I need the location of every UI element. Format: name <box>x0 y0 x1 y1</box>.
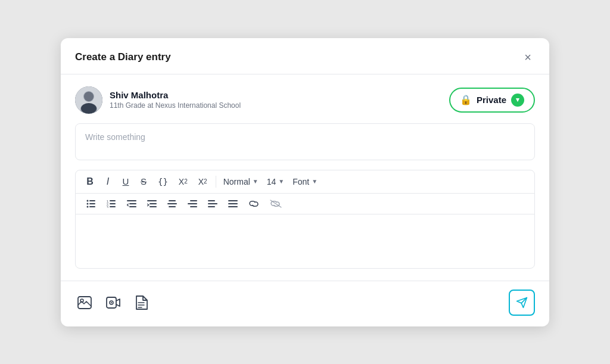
close-button[interactable]: × <box>521 50 535 64</box>
svg-rect-29 <box>208 200 215 201</box>
align-left-button[interactable] <box>203 197 222 210</box>
chevron-down-icon: ▾ <box>511 94 524 107</box>
font-dropdown-caret: ▼ <box>312 178 318 185</box>
modal-footer <box>61 281 549 326</box>
svg-marker-40 <box>111 301 113 303</box>
indent-decrease-button[interactable] <box>122 197 141 210</box>
svg-rect-28 <box>190 206 197 207</box>
svg-point-3 <box>84 92 94 101</box>
toolbar-divider-1 <box>216 176 216 188</box>
video-upload-button[interactable] <box>104 294 123 312</box>
svg-rect-22 <box>150 206 157 207</box>
link-button[interactable] <box>244 197 264 210</box>
size-dropdown-label: 14 <box>267 177 276 186</box>
privacy-button[interactable]: 🔒 Private ▾ <box>449 88 535 113</box>
svg-point-5 <box>87 200 89 201</box>
create-diary-modal: Create a Diary entry × <box>61 38 549 326</box>
svg-rect-14 <box>110 203 116 204</box>
subscript-base: X <box>198 177 204 186</box>
bold-button[interactable]: B <box>82 174 98 189</box>
bullet-list-button[interactable] <box>82 197 101 210</box>
document-upload-button[interactable] <box>132 293 150 312</box>
unlink-button[interactable] <box>265 197 287 210</box>
indent-increase-button[interactable] <box>142 197 161 210</box>
footer-tools <box>75 293 150 312</box>
user-name: Shiv Malhotra <box>110 90 241 100</box>
numbered-list-button[interactable]: 1. 2. 3. <box>102 197 121 210</box>
avatar <box>75 86 102 114</box>
user-text: Shiv Malhotra 11th Grade at Nexus Intern… <box>110 90 241 110</box>
formatting-toolbar: B I U S {} X2 X2 Normal ▼ <box>75 170 535 269</box>
align-justify-button[interactable] <box>223 197 242 210</box>
subscript-exp: 2 <box>204 178 207 185</box>
code-button[interactable]: {} <box>153 175 173 189</box>
modal-title: Create a Diary entry <box>75 51 171 63</box>
superscript-base: X <box>179 177 184 186</box>
image-upload-button[interactable] <box>75 294 94 312</box>
modal-overlay: Create a Diary entry × <box>0 0 610 364</box>
modal-body: Shiv Malhotra 11th Grade at Nexus Intern… <box>61 74 549 281</box>
underline-button[interactable]: U <box>117 174 134 189</box>
size-dropdown-caret: ▼ <box>278 178 284 185</box>
style-dropdown[interactable]: Normal ▼ <box>220 175 262 189</box>
svg-rect-34 <box>228 206 238 207</box>
svg-point-4 <box>81 103 97 114</box>
svg-point-7 <box>87 203 89 204</box>
size-dropdown[interactable]: 14 ▼ <box>263 175 288 189</box>
svg-rect-10 <box>89 206 95 207</box>
user-subtitle: 11th Grade at Nexus International School <box>110 101 241 110</box>
write-input[interactable] <box>75 123 535 160</box>
svg-rect-21 <box>150 203 157 204</box>
svg-text:3.: 3. <box>107 206 109 208</box>
svg-rect-31 <box>208 206 215 207</box>
svg-point-9 <box>87 206 89 207</box>
svg-rect-27 <box>188 203 197 204</box>
privacy-label: Private <box>477 95 506 105</box>
style-dropdown-caret: ▼ <box>253 178 259 185</box>
italic-button[interactable]: I <box>99 174 116 189</box>
svg-rect-26 <box>190 200 197 201</box>
svg-rect-30 <box>208 203 217 204</box>
svg-rect-12 <box>110 200 116 201</box>
svg-rect-20 <box>147 200 157 201</box>
toolbar-row-1: B I U S {} X2 X2 Normal ▼ <box>76 170 534 194</box>
svg-rect-25 <box>169 206 176 207</box>
svg-rect-8 <box>89 203 95 204</box>
user-row: Shiv Malhotra 11th Grade at Nexus Intern… <box>75 86 535 114</box>
font-dropdown-label: Font <box>292 177 309 186</box>
svg-rect-23 <box>169 200 176 201</box>
svg-rect-19 <box>129 206 136 207</box>
editor-area[interactable] <box>76 214 534 268</box>
svg-rect-18 <box>129 203 136 204</box>
svg-rect-33 <box>228 203 238 204</box>
strikethrough-button[interactable]: S <box>135 174 152 189</box>
align-right-button[interactable] <box>183 197 202 210</box>
subscript-button[interactable]: X2 <box>194 175 212 189</box>
svg-rect-17 <box>127 200 136 201</box>
toolbar-row-2: 1. 2. 3. <box>76 194 534 214</box>
send-button[interactable] <box>509 290 535 316</box>
user-info: Shiv Malhotra 11th Grade at Nexus Intern… <box>75 86 241 114</box>
font-dropdown[interactable]: Font ▼ <box>289 175 321 189</box>
superscript-exp: 2 <box>184 178 188 185</box>
superscript-button[interactable]: X2 <box>174 175 192 189</box>
svg-rect-32 <box>228 200 238 201</box>
style-dropdown-label: Normal <box>223 177 250 186</box>
lock-icon: 🔒 <box>460 94 472 105</box>
svg-rect-6 <box>89 200 95 201</box>
svg-rect-24 <box>167 203 177 204</box>
modal-header: Create a Diary entry × <box>61 38 549 74</box>
svg-rect-16 <box>110 206 116 207</box>
align-center-button[interactable] <box>163 197 182 210</box>
